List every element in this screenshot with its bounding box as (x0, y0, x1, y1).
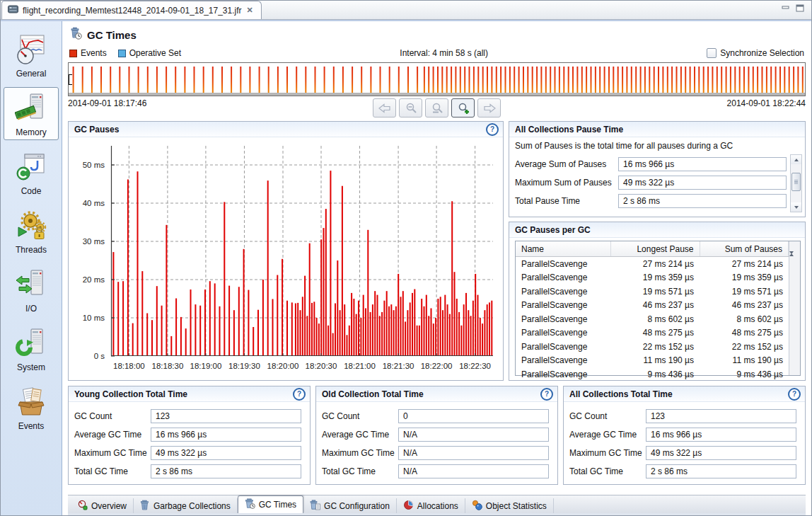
pan-left-button[interactable] (373, 98, 396, 117)
events-box-icon (15, 385, 47, 420)
table-cell: 8 ms 602 µs (700, 314, 789, 324)
pauses-per-gc-table: NameLongest PauseSum of PausesParallelSc… (516, 241, 789, 375)
pause-time-subtitle: Sum of Pauses is the total time for all … (515, 139, 787, 153)
field-value[interactable]: 16 ms 966 µs (618, 157, 787, 171)
timeline-canvas[interactable] (69, 63, 805, 93)
field-value[interactable]: N/A (398, 428, 549, 442)
table-cell: 19 ms 571 µs (700, 287, 789, 297)
sidebar-item-code[interactable]: Code (4, 146, 59, 199)
synchronize-selection-label: Synchronize Selection (720, 48, 804, 58)
column-header[interactable]: Longest Pause (611, 241, 700, 256)
sidebar-item-io[interactable]: I/O (4, 263, 59, 316)
field-value[interactable]: 2 s 86 ms (618, 194, 787, 208)
x-axis-tick-label: 18:21:30 (383, 362, 414, 370)
column-header[interactable]: Name (516, 241, 611, 256)
table-row[interactable]: ParallelScavenge8 ms 602 µs8 ms 602 µs (516, 312, 789, 326)
y-axis-tick-label: 10 ms (83, 314, 105, 322)
application-window: flight_recording_Memtest12448_2014-09-01… (0, 0, 812, 516)
help-icon[interactable]: ? (540, 388, 553, 401)
editor-tab-title: flight_recording_Memtest12448_2014-09-01… (23, 6, 242, 16)
zoom-in-button[interactable] (451, 98, 475, 117)
field-value[interactable]: 123 (646, 409, 796, 423)
pause-panel-scrollbar[interactable] (790, 154, 802, 212)
zoom-fit-button[interactable] (425, 98, 448, 117)
synchronize-selection[interactable]: Synchronize Selection (707, 48, 804, 58)
zoom-out-button[interactable] (399, 98, 422, 117)
help-icon[interactable]: ? (486, 123, 499, 136)
tab-garbage-collections[interactable]: Garbage Collections (134, 498, 238, 513)
gc-pauses-per-gc-section: GC Pauses per GC NameLongest PauseSum of… (509, 222, 806, 381)
table-cell: ParallelScavenge (516, 300, 610, 310)
field-label: Maximum GC Time (74, 448, 151, 458)
table-row[interactable]: ParallelScavenge48 ms 275 µs48 ms 275 µs (516, 326, 789, 340)
tab-overview[interactable]: Overview (71, 498, 134, 513)
sidebar-item-label: Memory (16, 127, 46, 137)
sidebar-item-memory[interactable]: Memory (4, 87, 59, 140)
legend-operative-set: Operative Set (118, 48, 181, 58)
table-row[interactable]: ParallelScavenge19 ms 359 µs19 ms 359 µs (516, 271, 789, 285)
x-axis-tick-label: 18:18:30 (152, 362, 184, 370)
help-icon[interactable]: ? (788, 388, 801, 401)
scroll-down-icon[interactable] (789, 254, 800, 267)
table-cell: 46 ms 237 µs (610, 300, 700, 310)
pan-right-button[interactable] (477, 98, 501, 117)
field-value[interactable]: 123 (151, 409, 301, 423)
field-value[interactable]: 0 (398, 409, 549, 423)
editor-tab-flight-recording[interactable]: flight_recording_Memtest12448_2014-09-01… (1, 1, 262, 19)
field-value[interactable]: N/A (398, 446, 549, 460)
tab-gc-times[interactable]: GC Times (238, 495, 303, 513)
timeline-overview-strip[interactable] (68, 62, 806, 96)
x-axis-tick-label: 18:20:00 (267, 362, 299, 370)
sidebar-item-label: I/O (25, 304, 37, 314)
table-row[interactable]: ParallelScavenge27 ms 214 µs27 ms 214 µs (516, 257, 789, 271)
field-value[interactable]: 16 ms 966 µs (646, 428, 796, 442)
timeline-selection-handle[interactable] (69, 74, 72, 85)
field-value[interactable]: 49 ms 322 µs (151, 446, 301, 460)
help-icon[interactable]: ? (293, 388, 306, 401)
tab-object-statistics[interactable]: Object Statistics (465, 498, 554, 513)
field-value[interactable]: 49 ms 322 µs (618, 176, 787, 190)
gc-pauses-title: GC Pauses (74, 125, 119, 134)
scroll-down-icon[interactable] (791, 202, 801, 212)
table-scrollbar[interactable] (789, 241, 800, 375)
table-row[interactable]: ParallelScavenge46 ms 237 µs46 ms 237 µs (516, 299, 789, 313)
field-row: Maximum GC Time49 ms 322 µs (569, 446, 796, 460)
tab-allocations[interactable]: Allocations (397, 498, 465, 513)
table-row[interactable]: ParallelScavenge22 ms 152 µs22 ms 152 µs (516, 340, 789, 354)
scrollbar-thumb[interactable] (791, 173, 801, 191)
field-value[interactable]: 2 s 86 ms (151, 464, 301, 478)
table-row[interactable]: ParallelScavenge9 ms 436 µs9 ms 436 µs (516, 367, 789, 382)
field-value[interactable]: N/A (398, 464, 549, 478)
field-value[interactable]: 16 ms 966 µs (151, 428, 301, 442)
tab-label: Object Statistics (486, 501, 547, 511)
table-cell: 19 ms 571 µs (610, 287, 700, 297)
field-value[interactable]: 2 s 86 ms (646, 464, 796, 478)
field-row: Total GC Time2 s 86 ms (569, 464, 796, 478)
field-value[interactable]: 49 ms 322 µs (646, 446, 796, 460)
gc-pauses-plot[interactable]: 0 s10 ms20 ms30 ms40 ms50 ms18:18:0018:1… (111, 146, 493, 356)
x-axis-tick-label: 18:20:30 (306, 362, 337, 370)
sidebar-item-events[interactable]: Events (4, 381, 59, 434)
field-label: Total GC Time (322, 466, 398, 476)
scroll-up-icon[interactable] (791, 155, 801, 164)
table-cell: ParallelScavenge (516, 259, 610, 269)
table-row[interactable]: ParallelScavenge19 ms 571 µs19 ms 571 µs (516, 285, 789, 299)
sidebar-item-threads[interactable]: Threads (4, 205, 59, 258)
minimize-icon[interactable] (782, 2, 790, 15)
young-panel-fields: GC Count123Average GC Time16 ms 966 µsMa… (69, 402, 310, 486)
y-axis-tick-label: 20 ms (83, 275, 105, 284)
gc-configuration-icon (310, 500, 320, 512)
code-java-icon (15, 150, 47, 185)
maximize-icon[interactable] (796, 2, 804, 15)
sidebar-item-system[interactable]: System (4, 322, 59, 375)
tab-gc-configuration[interactable]: GC Configuration (303, 498, 397, 513)
field-row: Total Pause Time2 s 86 ms (515, 194, 787, 208)
column-header[interactable]: Sum of Pauses (700, 241, 789, 256)
all-panel-title: All Collections Total Time (569, 389, 673, 399)
synchronize-selection-checkbox[interactable] (707, 48, 717, 58)
sidebar-item-general[interactable]: General (4, 28, 59, 81)
table-row[interactable]: ParallelScavenge11 ms 190 µs11 ms 190 µs (516, 354, 789, 368)
field-label: GC Count (322, 411, 398, 421)
all-panel-fields: GC Count123Average GC Time16 ms 966 µsMa… (564, 402, 805, 486)
close-icon[interactable]: ✕ (246, 6, 254, 15)
